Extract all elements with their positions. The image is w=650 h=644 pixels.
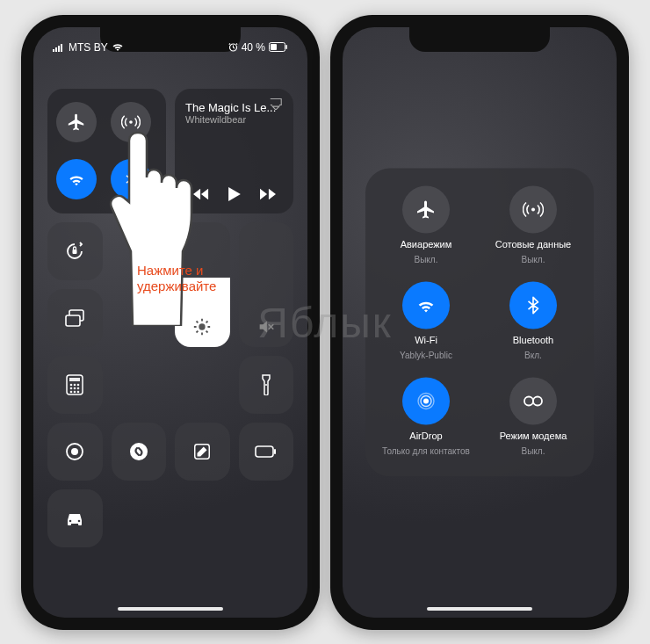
bluetooth-expanded[interactable]: Bluetooth Вкл. [483, 281, 583, 359]
airplane-label: Авиарежим [401, 238, 452, 249]
svg-point-37 [524, 396, 533, 405]
svg-point-23 [77, 390, 80, 393]
wifi-icon [402, 281, 450, 329]
svg-rect-3 [61, 44, 62, 52]
cellular-toggle[interactable] [111, 102, 151, 142]
cellular-expanded[interactable]: Сотовые данные Выкл. [483, 185, 583, 264]
home-indicator[interactable] [427, 607, 532, 611]
alarm-icon [228, 42, 238, 52]
airplane-toggle[interactable] [56, 102, 97, 142]
airdrop-icon [402, 377, 450, 424]
wifi-status: Yablyk-Public [400, 350, 452, 359]
cellular-icon [509, 185, 557, 233]
orientation-lock-tile[interactable] [47, 222, 103, 280]
svg-point-38 [533, 396, 542, 405]
flashlight-tile[interactable] [239, 356, 294, 414]
screen-right: Авиарежим Выкл. Сотовые данные Выкл. Wi-… [343, 27, 617, 618]
hotspot-label: Режим модема [500, 430, 567, 440]
bluetooth-icon [509, 281, 557, 329]
svg-point-20 [77, 387, 80, 389]
carplay-tile[interactable] [47, 489, 103, 547]
forward-icon[interactable] [260, 188, 276, 200]
cellular-label: Сотовые данные [495, 238, 572, 249]
svg-rect-14 [69, 378, 80, 381]
signal-icon [53, 43, 65, 52]
svg-point-33 [531, 207, 535, 211]
brightness-icon [192, 317, 212, 336]
svg-point-31 [69, 519, 72, 522]
airdrop-expanded[interactable]: AirDrop Только для контактов [376, 377, 476, 455]
svg-rect-6 [271, 44, 277, 50]
connectivity-tile[interactable] [47, 89, 166, 213]
wifi-expanded[interactable]: Wi-Fi Yablyk-Public [376, 281, 476, 359]
airdrop-label: AirDrop [409, 430, 442, 440]
shazam-tile[interactable] [112, 423, 167, 481]
airplay-icon[interactable] [269, 98, 283, 110]
screen-left: MTS BY 40 % [33, 27, 307, 618]
airplane-expanded[interactable]: Авиарежим Выкл. [376, 185, 476, 264]
svg-point-8 [129, 120, 133, 124]
wifi-label: Wi-Fi [415, 334, 437, 344]
svg-rect-30 [274, 449, 276, 454]
battery-icon [269, 42, 288, 52]
volume-mute-icon [256, 317, 276, 336]
svg-point-16 [74, 383, 76, 386]
bluetooth-status: Вкл. [524, 350, 542, 359]
wifi-toggle[interactable] [56, 159, 97, 199]
svg-point-15 [70, 383, 73, 386]
svg-rect-29 [256, 446, 273, 457]
svg-rect-2 [58, 46, 60, 52]
svg-rect-12 [66, 315, 80, 326]
hotspot-icon [509, 377, 557, 424]
svg-point-26 [71, 448, 78, 455]
music-artist: Whitewildbear [185, 114, 246, 125]
notch [409, 27, 550, 52]
svg-rect-1 [55, 47, 57, 52]
calculator-tile[interactable] [47, 356, 103, 414]
control-center: The Magic Is Le... Whitewildbear [47, 89, 293, 565]
svg-point-27 [130, 443, 148, 460]
svg-point-24 [265, 384, 267, 386]
svg-point-21 [70, 390, 73, 393]
battery-text: 40 % [242, 41, 265, 54]
hotspot-expanded[interactable]: Режим модема Выкл. [483, 377, 583, 455]
play-icon[interactable] [228, 187, 241, 201]
svg-point-18 [70, 387, 73, 389]
carrier-text: MTS BY [69, 41, 108, 54]
screen-mirroring-tile[interactable] [47, 289, 103, 347]
status-bar: MTS BY 40 % [33, 34, 307, 61]
low-power-tile[interactable] [239, 423, 294, 481]
phone-left: MTS BY 40 % [21, 15, 320, 630]
phone-right: Авиарежим Выкл. Сотовые данные Выкл. Wi-… [330, 15, 629, 630]
notes-tile[interactable] [175, 423, 230, 481]
svg-point-32 [78, 519, 81, 522]
rewind-icon[interactable] [193, 188, 209, 200]
airplane-status: Выкл. [415, 254, 438, 264]
bluetooth-label: Bluetooth [513, 334, 553, 344]
instruction-text: Нажмите и удерживайте [137, 263, 251, 296]
svg-point-34 [423, 398, 429, 403]
wifi-status-icon [112, 43, 124, 52]
home-indicator[interactable] [118, 607, 223, 611]
airdrop-status: Только для контактов [382, 445, 470, 455]
svg-rect-7 [286, 45, 288, 49]
airplane-icon [402, 185, 450, 233]
screen-record-tile[interactable] [47, 423, 103, 481]
svg-rect-0 [53, 49, 54, 52]
bluetooth-toggle[interactable] [111, 159, 151, 199]
svg-point-19 [74, 387, 76, 389]
hotspot-status: Выкл. [522, 445, 545, 455]
svg-point-22 [74, 390, 76, 393]
svg-point-17 [77, 383, 80, 386]
svg-point-10 [199, 323, 206, 329]
cellular-status: Выкл. [522, 254, 545, 264]
connectivity-expanded: Авиарежим Выкл. Сотовые данные Выкл. Wi-… [365, 168, 594, 476]
music-tile[interactable]: The Magic Is Le... Whitewildbear [175, 89, 293, 213]
svg-rect-9 [73, 250, 77, 254]
